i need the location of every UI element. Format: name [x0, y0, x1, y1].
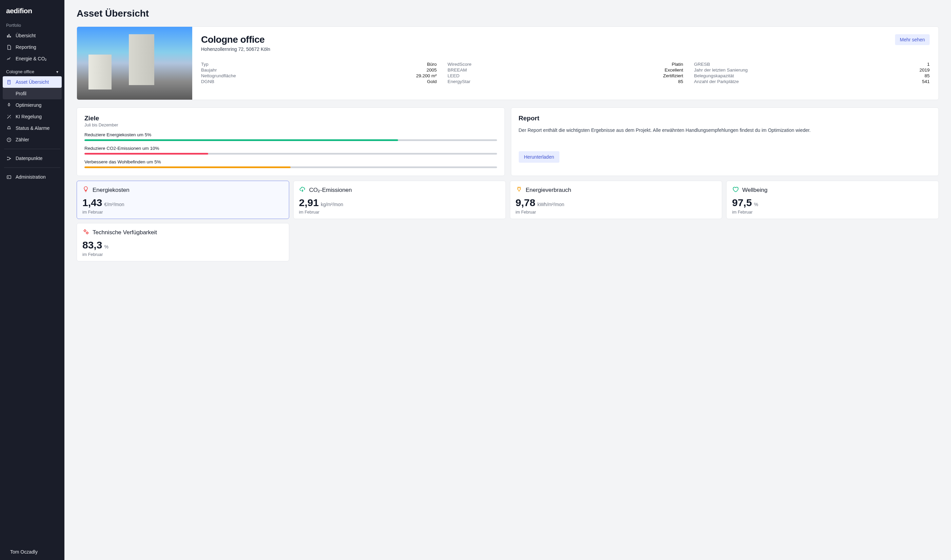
- asset-prop-label: DGNB: [201, 79, 214, 84]
- kpi-unit: %: [754, 202, 758, 207]
- kpi-value: 9,78: [516, 197, 536, 208]
- rocket-icon: [6, 102, 12, 108]
- goal-item: Verbessere das Wohlbefinden um 5%: [85, 159, 497, 168]
- kpi-card-energiekosten[interactable]: Energiekosten1,43€/m²/monim Februar: [77, 181, 289, 219]
- asset-prop-value: Excellent: [665, 68, 683, 72]
- nav-item-status-alarme[interactable]: Status & Alarme: [3, 122, 62, 134]
- goal-progress-bar: [85, 153, 497, 155]
- svg-point-10: [7, 159, 8, 160]
- nav-item-administration[interactable]: Administration: [3, 171, 62, 183]
- svg-point-13: [8, 177, 9, 178]
- kpi-title: Energieverbrauch: [526, 187, 571, 194]
- asset-prop-row: Anzahl der Parkplätze541: [694, 78, 929, 85]
- nav-label: Reporting: [15, 45, 36, 50]
- asset-prop-label: BREEAM: [448, 68, 467, 72]
- svg-rect-7: [9, 82, 9, 82]
- kpi-unit: kg/m²/mon: [321, 202, 343, 207]
- nav-item-reporting[interactable]: Reporting: [3, 42, 62, 53]
- asset-prop-row: GRESB1: [694, 62, 929, 67]
- asset-prop-label: Jahr der letzten Sanierung: [694, 68, 748, 72]
- goal-item: Reduziere CO2-Emissionen um 10%: [85, 146, 497, 155]
- goal-progress-bar: [85, 166, 497, 168]
- report-text: Der Report enthält die wichtigsten Ergeb…: [519, 127, 931, 134]
- asset-prop-row: Jahr der letzten Sanierung2019: [694, 67, 929, 73]
- asset-prop-label: Baujahr: [201, 68, 217, 72]
- kpi-title: Energiekosten: [92, 187, 129, 194]
- report-title: Report: [519, 115, 931, 122]
- nav-label: Energie & CO₂: [15, 56, 47, 62]
- kpi-sub: im Februar: [82, 210, 283, 215]
- goal-progress-fill: [85, 139, 398, 141]
- asset-prop-row: EnergyStar85: [448, 78, 683, 85]
- goals-card: Ziele Juli bis Dezember Reduziere Energi…: [77, 108, 505, 176]
- nav-item--bersicht[interactable]: Übersicht: [3, 30, 62, 42]
- asset-prop-label: WiredScore: [448, 62, 472, 67]
- nav-label: Übersicht: [15, 33, 35, 38]
- page-title: Asset Übersicht: [77, 8, 939, 19]
- kpi-value: 97,5: [732, 197, 752, 208]
- clock-icon: [6, 137, 12, 142]
- asset-prop-row: BREEAMExcellent: [448, 67, 683, 73]
- report-card: Report Der Report enthält die wichtigste…: [511, 108, 939, 176]
- kpi-card-co-emissionen[interactable]: CO₂-Emissionen2,91kg/m²/monim Februar: [293, 181, 506, 219]
- wand-icon: [6, 114, 12, 119]
- nav-label: Zähler: [15, 137, 29, 142]
- nav-item-optimierung[interactable]: Optimierung: [3, 99, 62, 111]
- more-button[interactable]: Mehr sehen: [895, 34, 929, 45]
- kpi-value: 1,43: [82, 197, 102, 208]
- svg-rect-1: [8, 34, 9, 37]
- asset-prop-label: GRESB: [694, 62, 710, 67]
- svg-rect-2: [10, 36, 11, 37]
- kpi-sub: im Februar: [732, 210, 933, 215]
- plug-icon: [516, 186, 522, 194]
- asset-prop-value: Platin: [672, 62, 683, 67]
- section-portfolio: Portfolio: [0, 20, 65, 30]
- asset-prop-row: WiredScorePlatin: [448, 62, 683, 67]
- cloud-icon: [299, 186, 306, 194]
- asset-prop-label: Nettogrundfläche: [201, 73, 236, 78]
- asset-prop-label: Anzahl der Parkplätze: [694, 79, 739, 84]
- goal-progress-fill: [85, 153, 208, 155]
- divider: [4, 168, 60, 168]
- asset-prop-row: Nettogrundfläche29.200 m²: [201, 73, 437, 78]
- goal-progress-fill: [85, 166, 291, 168]
- nav-item-asset-bersicht[interactable]: Asset Übersicht: [3, 76, 62, 88]
- asset-prop-value: 2005: [426, 68, 437, 72]
- chart-icon: [6, 33, 12, 38]
- user-name: Tom Oczadly: [10, 549, 38, 555]
- asset-prop-value: 85: [925, 73, 929, 78]
- line-icon: [6, 56, 12, 62]
- nav-item-datenpunkte[interactable]: Datenpunkte: [3, 152, 62, 164]
- asset-prop-value: 85: [678, 79, 683, 84]
- kpi-card-wellbeing[interactable]: Wellbeing97,5%im Februar: [726, 181, 939, 219]
- nav-item-ki-regelung[interactable]: KI Regelung: [3, 111, 62, 122]
- asset-image: [77, 27, 192, 100]
- kpi-card-energieverbrauch[interactable]: Energieverbrauch9,78kWh/m²/monim Februar: [510, 181, 722, 219]
- download-button[interactable]: Herunterladen: [519, 151, 560, 163]
- nav-label: Asset Übersicht: [15, 79, 49, 85]
- kpi-unit: kWh/m²/mon: [537, 202, 564, 207]
- doc-icon: [6, 45, 12, 50]
- goal-label: Reduziere CO2-Emissionen um 10%: [85, 146, 497, 151]
- kpi-sub: im Februar: [299, 210, 500, 215]
- bulb-icon: [82, 186, 89, 194]
- goals-title: Ziele: [85, 115, 497, 122]
- goal-label: Verbessere das Wohlbefinden um 5%: [85, 159, 497, 165]
- asset-prop-value: Zertifiziert: [663, 73, 683, 78]
- nav-item-profil[interactable]: Profil: [3, 88, 62, 99]
- svg-point-9: [7, 157, 8, 158]
- goals-subtitle: Juli bis Dezember: [85, 123, 497, 128]
- id-icon: [6, 174, 12, 180]
- nav-item-energie-co-[interactable]: Energie & CO₂: [3, 53, 62, 65]
- asset-prop-row: DGNBGold: [201, 78, 437, 85]
- nav-label: Datenpunkte: [15, 155, 42, 161]
- goal-label: Reduziere Energiekosten um 5%: [85, 132, 497, 137]
- nav-item-z-hler[interactable]: Zähler: [3, 134, 62, 145]
- kpi-card-technische-verf-gbarkeit[interactable]: Technische Verfügbarkeit83,3%im Februar: [77, 223, 289, 262]
- asset-prop-label: EnergyStar: [448, 79, 471, 84]
- asset-prop-value: 1: [927, 62, 929, 67]
- bell-icon: [6, 125, 12, 131]
- nav-label: KI Regelung: [15, 114, 42, 119]
- user-menu[interactable]: Tom Oczadly: [0, 544, 65, 560]
- project-selector[interactable]: Cologne office ▾: [0, 65, 65, 76]
